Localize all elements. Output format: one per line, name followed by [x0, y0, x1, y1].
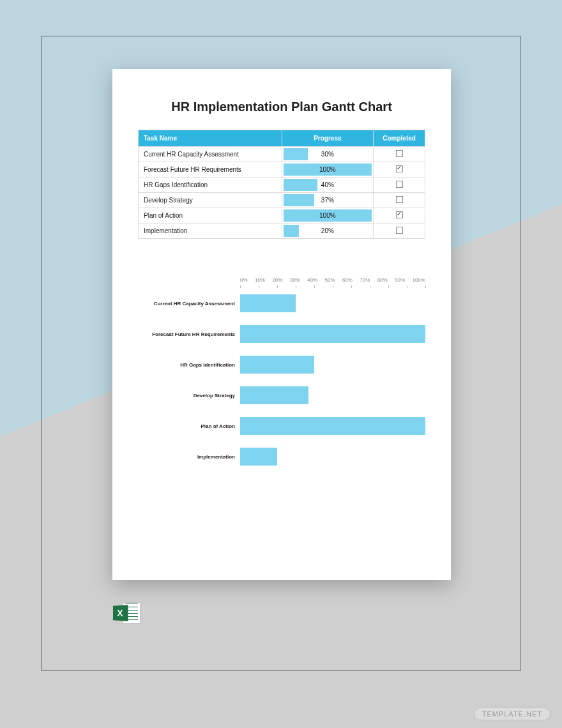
chart-row-label: Implementation [138, 454, 235, 460]
chart-axis: 0%10%20%30%40%50%60%70%80%90%100% [240, 277, 425, 283]
table-row: Implementation20% [139, 224, 425, 239]
chart-row-label: Forecast Future HR Requirements [138, 331, 235, 337]
axis-tick-label: 10% [255, 277, 265, 283]
axis-tick-label: 70% [360, 277, 370, 283]
completed-checkbox[interactable] [396, 150, 403, 157]
chart-row-label: HR Gaps Identification [138, 362, 235, 368]
progress-cell: 30% [282, 147, 374, 162]
progress-cell: 100% [282, 162, 374, 178]
chart-plot: Current HR Capacity AssessmentForecast F… [240, 288, 425, 472]
axis-tick-label: 30% [290, 277, 300, 283]
completed-checkbox[interactable] [396, 227, 403, 234]
excel-badge-icon: X [113, 605, 128, 621]
progress-label: 20% [282, 224, 374, 238]
chart-row: Current HR Capacity Assessment [240, 288, 425, 319]
axis-tick-label: 90% [395, 277, 405, 283]
completed-cell [374, 208, 425, 224]
header-progress: Progress [282, 130, 374, 147]
excel-icon: X [112, 600, 140, 626]
chart-row: Forecast Future HR Requirements [240, 319, 425, 349]
task-name-cell: Current HR Capacity Assessment [139, 147, 282, 162]
chart-bar [240, 325, 425, 343]
task-name-cell: Forecast Future HR Requirements [139, 162, 282, 178]
chart-row: Implementation [240, 441, 425, 472]
progress-label: 100% [282, 162, 374, 177]
task-name-cell: Develop Strategy [139, 193, 282, 208]
table-row: Current HR Capacity Assessment30% [139, 147, 425, 162]
chart-bar [240, 356, 314, 374]
tick-mark [425, 285, 426, 288]
chart-row-label: Current HR Capacity Assessment [138, 301, 235, 307]
watermark: TEMPLATE.NET [474, 708, 551, 720]
progress-cell: 37% [282, 193, 374, 208]
completed-checkbox[interactable] [396, 211, 403, 218]
header-completed: Completed [374, 130, 425, 147]
completed-cell [374, 224, 425, 239]
header-task: Task Name [139, 130, 282, 147]
chart-bar [240, 386, 308, 404]
progress-cell: 100% [282, 208, 374, 224]
progress-label: 40% [282, 178, 374, 192]
chart-bar [240, 448, 277, 466]
table-row: HR Gaps Identification40% [139, 178, 425, 193]
axis-tick-label: 60% [342, 277, 353, 283]
completed-cell [374, 147, 425, 162]
chart-row-label: Develop Strategy [138, 393, 235, 398]
document-page: HR Implementation Plan Gantt Chart Task … [112, 69, 451, 580]
table-header-row: Task Name Progress Completed [139, 130, 425, 147]
axis-tick-label: 100% [412, 277, 425, 283]
table-row: Forecast Future HR Requirements100% [139, 162, 425, 178]
chart-row: Plan of Action [240, 411, 425, 441]
completed-cell [374, 193, 425, 208]
chart-row: HR Gaps Identification [240, 349, 425, 380]
progress-cell: 20% [282, 224, 374, 239]
completed-cell [374, 162, 425, 178]
task-name-cell: HR Gaps Identification [139, 178, 282, 193]
chart-row-label: Plan of Action [138, 423, 235, 429]
task-name-cell: Implementation [139, 224, 282, 239]
completed-checkbox[interactable] [396, 165, 403, 172]
axis-tick-label: 80% [377, 277, 388, 283]
table-row: Plan of Action100% [139, 208, 425, 224]
completed-checkbox[interactable] [396, 196, 403, 203]
progress-label: 100% [282, 208, 374, 223]
axis-tick-label: 40% [307, 277, 317, 283]
progress-label: 37% [282, 193, 374, 208]
progress-label: 30% [282, 147, 374, 162]
task-name-cell: Plan of Action [139, 208, 282, 224]
table-row: Develop Strategy37% [139, 193, 425, 208]
page-title: HR Implementation Plan Gantt Chart [138, 100, 425, 114]
completed-checkbox[interactable] [396, 181, 403, 188]
axis-tick-label: 20% [272, 277, 282, 283]
chart-row: Develop Strategy [240, 380, 425, 411]
task-table: Task Name Progress Completed Current HR … [138, 130, 425, 239]
bar-chart: 0%10%20%30%40%50%60%70%80%90%100% Curren… [138, 277, 425, 472]
completed-cell [374, 178, 425, 193]
chart-bar [240, 417, 425, 435]
axis-tick-label: 50% [325, 277, 335, 283]
chart-bar [240, 294, 296, 312]
axis-tick-label: 0% [240, 277, 248, 283]
progress-cell: 40% [282, 178, 374, 193]
